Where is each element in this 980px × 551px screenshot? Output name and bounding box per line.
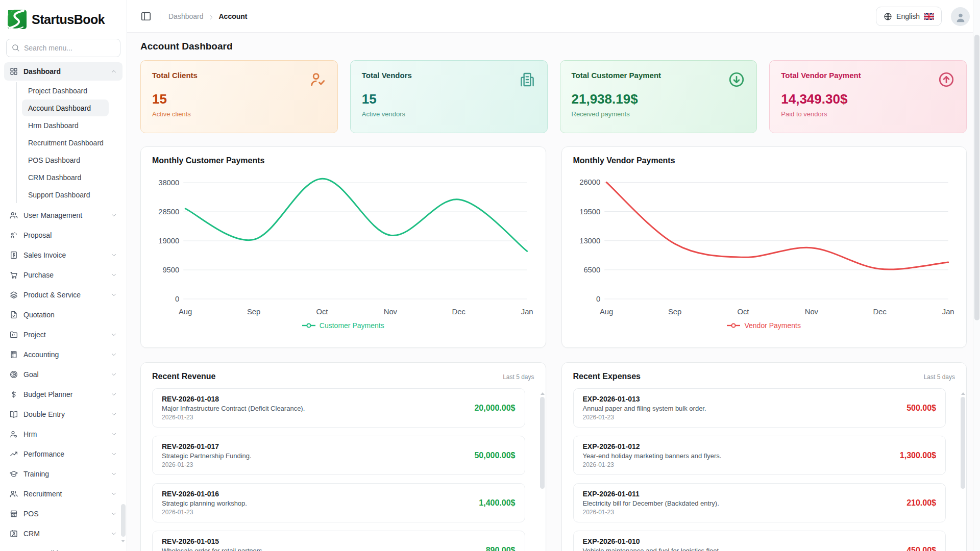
stat-value: 15 <box>362 91 536 107</box>
sidebar: StartusBook DashboardProject DashboardAc… <box>0 0 127 551</box>
stat-value: 15 <box>152 91 326 107</box>
sidebar-item-proposal[interactable]: Proposal <box>4 226 122 244</box>
chevron-down-icon <box>110 530 117 537</box>
list-title: Recent Expenses <box>573 372 641 381</box>
sidebar-item-user-management[interactable]: User Management <box>4 206 122 224</box>
cart-icon <box>9 270 18 280</box>
sidebar-item-goal[interactable]: Goal <box>4 365 122 384</box>
list-period: Last 5 days <box>503 373 534 381</box>
sidebar-item-crm[interactable]: CRM <box>4 524 122 543</box>
sidebar-item-pos[interactable]: POS <box>4 505 122 523</box>
sidebar-item-form-builder[interactable]: Form Builder <box>4 544 122 551</box>
sidebar-subitem-account-dashboard[interactable]: Account Dashboard <box>22 99 109 116</box>
legend-label: Customer Payments <box>320 321 384 330</box>
sidebar-search-input[interactable] <box>6 39 120 57</box>
list-scrollbar[interactable] <box>540 392 545 551</box>
sidebar-item-performance[interactable]: Performance <box>4 445 122 463</box>
total-vendors-card: Total Vendors15Active vendors <box>350 60 548 133</box>
sidebar-item-project[interactable]: Project <box>4 325 122 344</box>
transaction-amount: 1,400.00$ <box>479 498 515 508</box>
topbar-separator <box>160 11 160 22</box>
transaction-item-rev-2026-01-018[interactable]: REV-2026-01-018Major Infrastructure Cont… <box>152 388 525 428</box>
sidebar-subitem-project-dashboard[interactable]: Project Dashboard <box>22 82 109 99</box>
transaction-amount: 50,000.00$ <box>474 451 515 460</box>
legend-marker-icon <box>302 322 315 329</box>
sidebar-item-label: CRM <box>23 530 105 538</box>
sidebar-item-purchase[interactable]: Purchase <box>4 266 122 284</box>
sidebar-item-quotation[interactable]: Quotation <box>4 306 122 324</box>
user-round-icon <box>9 430 18 439</box>
svg-text:Nov: Nov <box>804 308 818 316</box>
sidebar-item-label: Proposal <box>23 231 117 239</box>
customer-payments-legend[interactable]: Customer Payments <box>152 321 534 330</box>
svg-text:Nov: Nov <box>384 308 398 316</box>
user-check-icon <box>309 71 326 88</box>
transaction-item-exp-2026-01-013[interactable]: EXP-2026-01-013Annual paper and filing s… <box>573 388 946 428</box>
chevron-down-icon <box>110 431 117 438</box>
topbar: Dashboard Account English <box>127 0 980 33</box>
sidebar-item-dashboard[interactable]: Dashboard <box>4 62 122 81</box>
transaction-amount: 450.00$ <box>906 546 936 551</box>
sidebar-subitem-support-dashboard[interactable]: Support Dashboard <box>22 186 109 203</box>
vendor-payments-legend[interactable]: Vendor Payments <box>573 321 955 330</box>
scroll-up-icon[interactable] <box>961 392 965 395</box>
chevron-down-icon <box>110 212 117 219</box>
transaction-description: Year-end holiday marketing banners and f… <box>583 452 893 460</box>
scrollbar-thumb[interactable] <box>540 397 545 489</box>
svg-text:6500: 6500 <box>583 266 600 274</box>
scrollbar-thumb[interactable] <box>961 397 965 489</box>
sidebar-item-label: Sales Invoice <box>23 251 105 259</box>
chart-title: Monthly Vendor Payments <box>573 156 955 165</box>
transaction-date: 2026-01-23 <box>162 461 467 468</box>
total-clients-card: Total Clients15Active clients <box>140 60 338 133</box>
scroll-up-icon[interactable] <box>541 392 545 395</box>
folder-icon <box>9 330 18 339</box>
window-scrollbar-thumb[interactable] <box>974 35 979 320</box>
sidebar-item-product-service[interactable]: Product & Service <box>4 286 122 304</box>
brand-name: StartusBook <box>32 12 105 27</box>
transaction-description: Annual paper and filing system bulk orde… <box>583 405 900 412</box>
chevron-up-icon <box>110 68 117 75</box>
sidebar-item-sales-invoice[interactable]: Sales Invoice <box>4 246 122 264</box>
sidebar-scrollbar-arrow-icon[interactable] <box>121 540 125 542</box>
chart-title: Monthly Customer Payments <box>152 156 534 165</box>
svg-text:0: 0 <box>596 295 600 303</box>
avatar[interactable] <box>951 7 970 26</box>
transaction-item-exp-2026-01-011[interactable]: EXP-2026-01-011Electricity bill for Dece… <box>573 483 946 522</box>
chevron-down-icon <box>110 490 117 497</box>
sidebar-subitem-pos-dashboard[interactable]: POS Dashboard <box>22 152 109 168</box>
window-scrollbar[interactable] <box>973 0 980 551</box>
sidebar-item-training[interactable]: Training <box>4 465 122 483</box>
transaction-item-rev-2026-01-016[interactable]: REV-2026-01-016Strategic planning worksh… <box>152 483 525 522</box>
stat-subtitle: Received payments <box>572 110 746 118</box>
transaction-item-exp-2026-01-010[interactable]: EXP-2026-01-010Vehicle maintenance and f… <box>573 531 946 551</box>
transaction-item-rev-2026-01-015[interactable]: REV-2026-01-015Wholesale order for retai… <box>152 531 525 551</box>
layers-icon <box>9 290 18 299</box>
sidebar-item-label: Recruitment <box>23 490 105 498</box>
sidebar-item-accounting[interactable]: Accounting <box>4 345 122 364</box>
stat-subtitle: Paid to vendors <box>781 110 955 118</box>
list-scrollbar[interactable] <box>961 392 965 551</box>
sidebar-item-double-entry[interactable]: Double Entry <box>4 405 122 423</box>
transaction-item-exp-2026-01-012[interactable]: EXP-2026-01-012Year-end holiday marketin… <box>573 436 946 475</box>
svg-text:Jan: Jan <box>942 308 954 316</box>
language-button[interactable]: English <box>876 7 942 26</box>
sidebar-subitem-crm-dashboard[interactable]: CRM Dashboard <box>22 169 109 186</box>
transaction-id: REV-2026-01-017 <box>162 442 467 450</box>
sidebar-subitem-hrm-dashboard[interactable]: Hrm Dashboard <box>22 117 109 134</box>
sidebar-item-budget-planner[interactable]: Budget Planner <box>4 385 122 404</box>
sidebar-toggle-icon[interactable] <box>140 11 152 22</box>
sidebar-subitem-recruitment-dashboard[interactable]: Recruitment Dashboard <box>22 134 109 151</box>
arrow-up-circle-icon <box>938 71 955 88</box>
invoice-icon <box>9 251 18 260</box>
sidebar-item-recruitment[interactable]: Recruitment <box>4 485 122 503</box>
transaction-id: REV-2026-01-018 <box>162 395 467 403</box>
target-icon <box>9 370 18 379</box>
sidebar-scrollbar-thumb[interactable] <box>121 504 126 537</box>
chevron-down-icon <box>110 252 117 259</box>
breadcrumb-parent[interactable]: Dashboard <box>168 12 204 20</box>
brand[interactable]: StartusBook <box>0 0 127 37</box>
transaction-description: Strategic Partnership Funding. <box>162 452 467 460</box>
transaction-item-rev-2026-01-017[interactable]: REV-2026-01-017Strategic Partnership Fun… <box>152 436 525 475</box>
sidebar-item-hrm[interactable]: Hrm <box>4 425 122 443</box>
